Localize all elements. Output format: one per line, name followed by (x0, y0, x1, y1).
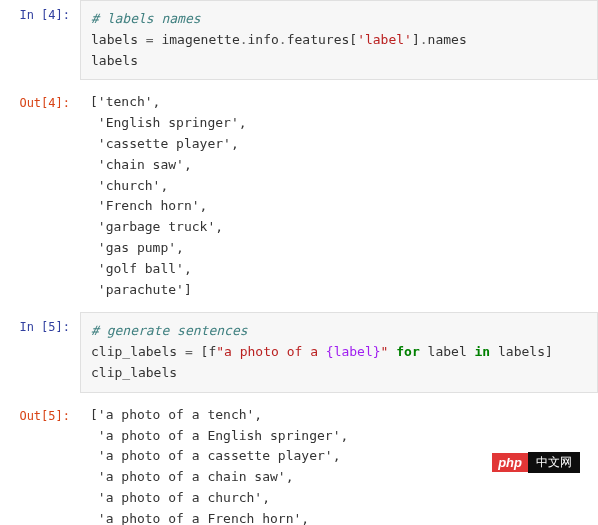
comment: # labels names (91, 11, 201, 26)
keyword-for: for (396, 344, 419, 359)
input-prompt: In [4]: (0, 0, 80, 80)
code-token: imagenette (154, 32, 240, 47)
code-output: ['tench', 'English springer', 'cassette … (80, 88, 598, 304)
comment: # generate sentences (91, 323, 248, 338)
code-token: . (279, 32, 287, 47)
code-token: . (240, 32, 248, 47)
code-token: features[ (287, 32, 357, 47)
code-token: label (420, 344, 475, 359)
code-token: labels] (490, 344, 553, 359)
code-token: = (146, 32, 154, 47)
code-token: clip_labels (91, 365, 177, 380)
code-token: labels (91, 53, 138, 68)
watermark-right: 中文网 (528, 452, 580, 473)
code-token: = (185, 344, 193, 359)
input-prompt: In [5]: (0, 312, 80, 392)
code-token: clip_labels (91, 344, 185, 359)
string-literal: "a photo of a (216, 344, 326, 359)
code-input: # labels names labels = imagenette.info.… (80, 0, 598, 80)
output-cell: Out[4]: ['tench', 'English springer', 'c… (0, 88, 598, 304)
output-prompt: Out[5]: (0, 401, 80, 525)
keyword-in: in (475, 344, 491, 359)
code-token: ] (412, 32, 420, 47)
format-brace: {label} (326, 344, 381, 359)
code-token: info (248, 32, 279, 47)
code-input: # generate sentences clip_labels = [f"a … (80, 312, 598, 392)
output-prompt: Out[4]: (0, 88, 80, 304)
code-cell: In [4]: # labels names labels = imagenet… (0, 0, 598, 80)
code-token: [f (193, 344, 216, 359)
code-token: . (420, 32, 428, 47)
code-token: labels (91, 32, 146, 47)
code-cell: In [5]: # generate sentences clip_labels… (0, 312, 598, 392)
string-literal: 'label' (357, 32, 412, 47)
watermark: php 中文网 (492, 452, 580, 473)
watermark-left: php (492, 453, 528, 472)
code-token: names (428, 32, 467, 47)
